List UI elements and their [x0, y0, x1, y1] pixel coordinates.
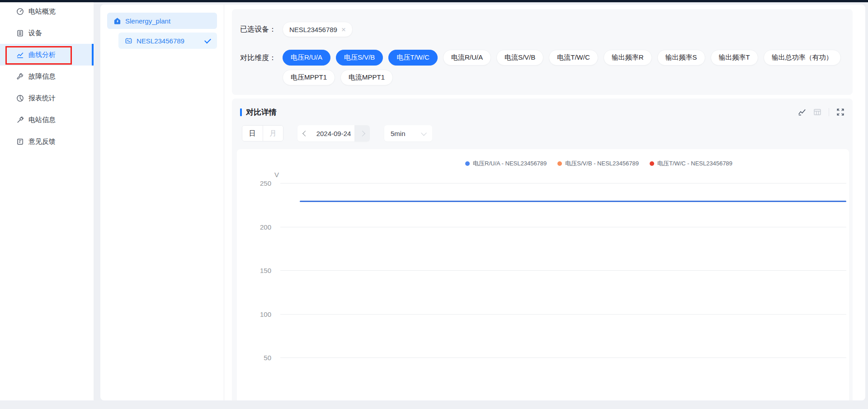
dimension-pill-11[interactable]: 电压MPPT1 — [283, 70, 335, 85]
legend-dot-icon — [557, 161, 562, 166]
main-panel: 已选设备： NESL23456789 × 对比维度： 电压R/U/A电压S/V/… — [224, 5, 865, 400]
dimension-pill-8[interactable]: 输出频率S — [657, 50, 705, 66]
dimension-pill-4[interactable]: 电流R/U/A — [443, 50, 491, 66]
dimension-pill-1[interactable]: 电压R/U/A — [283, 50, 330, 66]
section-title: 对比详情 — [240, 107, 277, 118]
legend-item-2[interactable]: 电压S/V/B - NESL23456789 — [557, 160, 639, 168]
dimension-pills: 电压R/U/A电压S/V/B电压T/W/C电流R/U/A电流S/V/B电流T/W… — [283, 50, 841, 85]
sidebar-item-4[interactable]: 故障信息 — [0, 66, 94, 87]
inverter-icon — [125, 37, 132, 45]
dimension-pill-12[interactable]: 电流MPPT1 — [340, 70, 393, 85]
legend-dot-icon — [465, 161, 470, 166]
dimension-pill-3[interactable]: 电压T/W/C — [388, 50, 438, 66]
report-pie-icon — [16, 94, 24, 102]
selected-device-chip[interactable]: NESL23456789 × — [283, 22, 353, 37]
legend-item-3[interactable]: 电压T/W/C - NESL23456789 — [650, 160, 732, 168]
sidebar-item-7[interactable]: 意见反馈 — [0, 131, 94, 152]
gridline — [280, 270, 846, 271]
gauge-icon — [16, 8, 24, 15]
granularity-toggle: 日 月 — [242, 125, 283, 141]
y-tick-label: 100 — [244, 310, 271, 318]
filter-panel: 已选设备： NESL23456789 × 对比维度： 电压R/U/A电压S/V/… — [232, 9, 853, 95]
sidebar-item-2[interactable]: 设备 — [0, 22, 94, 44]
device-tree-panel: Slenergy_plant NESL23456789 — [100, 5, 224, 400]
sidebar-item-6[interactable]: 电站信息 — [0, 109, 94, 131]
gridline — [280, 314, 846, 315]
dimension-pill-7[interactable]: 输出频率R — [604, 50, 652, 66]
fullscreen-icon[interactable] — [836, 108, 844, 116]
sidebar: 电站概览设备曲线分析故障信息报表统计电站信息意见反馈 — [0, 2, 94, 400]
selected-device-label: 已选设备： — [240, 25, 276, 34]
y-tick-label: 150 — [244, 267, 271, 274]
dimension-label: 对比维度： — [240, 50, 276, 66]
dimension-pill-9[interactable]: 输出频率T — [711, 50, 758, 66]
next-date-button[interactable] — [354, 125, 370, 141]
curve-analysis-icon — [16, 51, 24, 59]
prev-date-button[interactable] — [297, 125, 313, 141]
chart-controls: 日 月 2024-09-24 5min — [242, 125, 432, 141]
remove-chip-icon[interactable]: × — [341, 26, 346, 33]
fault-wrench-icon — [16, 73, 24, 80]
plant-info-plug-icon — [16, 116, 24, 124]
dimension-pill-6[interactable]: 电流T/W/C — [549, 50, 598, 66]
sidebar-item-1[interactable]: 电站概览 — [0, 0, 94, 22]
chip-text: NESL23456789 — [289, 26, 337, 33]
dimension-row: 对比维度： 电压R/U/A电压S/V/B电压T/W/C电流R/U/A电流S/V/… — [240, 50, 841, 85]
interval-value: 5min — [391, 130, 406, 137]
table-view-icon[interactable] — [813, 108, 821, 116]
gridline — [280, 357, 846, 358]
dimension-pill-10[interactable]: 输出总功率（有功） — [764, 50, 841, 66]
data-line-voltage — [300, 201, 846, 202]
device-name: NESL23456789 — [137, 37, 184, 45]
comparison-detail-panel: 对比详情 日 月 — [232, 99, 853, 400]
chart-legend: 电压R/U/A - NESL23456789电压S/V/B - NESL2345… — [465, 160, 732, 168]
sidebar-item-5[interactable]: 报表统计 — [0, 87, 94, 109]
selected-check-icon — [204, 37, 211, 43]
y-tick-label: 250 — [244, 179, 271, 187]
toolbar-divider — [829, 108, 829, 116]
sidebar-menu: 电站概览设备曲线分析故障信息报表统计电站信息意见反馈 — [0, 0, 94, 152]
device-list-icon — [16, 29, 24, 37]
chart-area: 电压R/U/A - NESL23456789电压S/V/B - NESL2345… — [237, 149, 849, 400]
tab-day[interactable]: 日 — [242, 126, 263, 141]
plant-name: Slenergy_plant — [125, 17, 170, 25]
plant-tree-node[interactable]: Slenergy_plant — [107, 13, 217, 29]
top-bar — [0, 0, 868, 2]
chevron-down-icon — [422, 129, 426, 137]
gridline — [280, 183, 846, 183]
feedback-icon — [16, 138, 24, 146]
y-tick-label: 50 — [244, 354, 271, 362]
legend-dot-icon — [650, 161, 654, 166]
content-card: Slenergy_plant NESL23456789 已选设备： NESL23… — [100, 5, 865, 400]
selected-device-row: 已选设备： NESL23456789 × — [240, 22, 353, 37]
title-accent-bar — [240, 108, 242, 116]
date-value[interactable]: 2024-09-24 — [313, 130, 354, 137]
gridline — [280, 227, 846, 227]
device-tree-node[interactable]: NESL23456789 — [118, 33, 217, 49]
interval-select[interactable]: 5min — [384, 125, 432, 141]
date-navigator: 2024-09-24 — [297, 125, 370, 141]
legend-item-1[interactable]: 电压R/U/A - NESL23456789 — [465, 160, 547, 168]
tab-month[interactable]: 月 — [263, 126, 283, 141]
dimension-pill-2[interactable]: 电压S/V/B — [336, 50, 383, 66]
y-axis-unit: V — [271, 171, 282, 179]
detail-header: 对比详情 — [232, 107, 853, 118]
sidebar-item-3[interactable]: 曲线分析 — [0, 44, 94, 66]
dimension-pill-5[interactable]: 电流S/V/B — [496, 50, 543, 66]
y-tick-label: 200 — [244, 223, 271, 230]
chart-toolbar — [798, 108, 844, 116]
line-chart-view-icon[interactable] — [798, 108, 806, 116]
plant-house-icon — [113, 17, 121, 25]
